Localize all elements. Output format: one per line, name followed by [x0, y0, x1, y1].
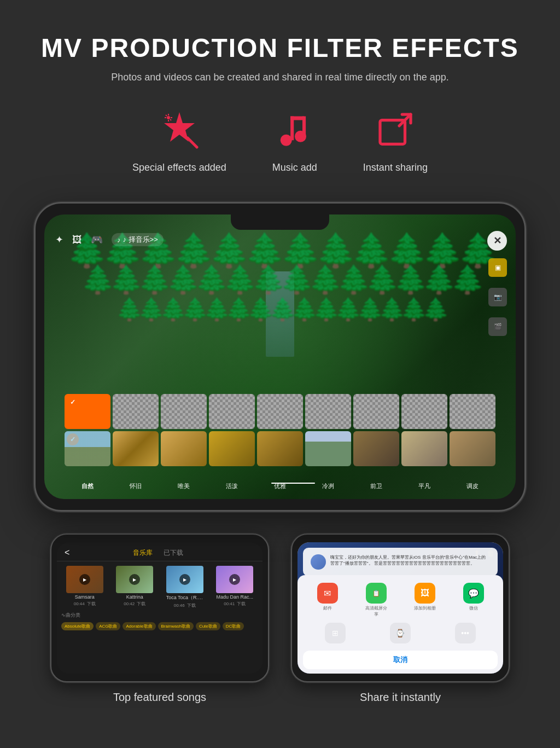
svg-line-8 — [170, 119, 171, 120]
genre-tag-cute[interactable]: Cute歌曲 — [196, 622, 220, 630]
share-watch-icon[interactable]: ⌚ — [390, 623, 411, 643]
wechat-icon: 💬 — [468, 588, 479, 599]
genre-tag-absolute[interactable]: Absolute歌曲 — [61, 622, 94, 630]
wand-toolbar-icon[interactable]: ✦ — [55, 234, 63, 246]
filter-label-avant[interactable]: 前卫 — [352, 482, 400, 490]
filter-thumb-3[interactable] — [161, 394, 207, 429]
share-wechat-item: 💬 微信 — [463, 583, 485, 617]
header-section: MV PRODUCTION FILTER EFFECTS Photos and … — [41, 33, 519, 83]
filter-label-lively[interactable]: 活泼 — [208, 482, 256, 490]
filter-thumb-6[interactable] — [305, 394, 351, 429]
music-library-tab[interactable]: 音乐库 — [133, 548, 153, 558]
right-phone-screen: ⬆ 🗑 嗨宝宝，还好为你的朋友人里。苦果苹苦从iOS 音乐平台的"音乐中心"在M… — [298, 542, 503, 674]
tree-row-3: 🌲🌲🌲🌲🌲🌲🌲🌲🌲🌲🌲🌲🌲🌲🌲 — [44, 297, 516, 322]
song-dl-4[interactable]: 下载 — [237, 601, 246, 607]
share-wechat-icon[interactable]: 💬 — [463, 583, 484, 604]
share-icons-row-1: ✉ 邮件 📋 高清截屏分享 — [303, 583, 498, 617]
filter-thumb-8[interactable] — [401, 394, 447, 429]
filter-preview-elegant[interactable] — [257, 431, 303, 466]
song-thumb-samsara[interactable]: ▶ — [66, 566, 103, 593]
svg-point-9 — [281, 135, 292, 146]
song-item-madu: ▶ Madu Dan Rac... 00:41 下载 — [212, 566, 259, 608]
genre-tag-dc[interactable]: DC歌曲 — [223, 622, 244, 630]
share-watch-item: ⌚ — [389, 623, 411, 645]
left-phone-screen: < 音乐库 已下载 ▶ — [57, 542, 262, 674]
filter-row-bottom: ✓ — [50, 431, 510, 466]
feature-music-add: Music add — [270, 105, 319, 175]
video-mode-button[interactable]: ▣ — [488, 258, 507, 277]
filter-thumb-9[interactable] — [450, 394, 495, 429]
share-panel: ✉ 邮件 📋 高清截屏分享 — [298, 575, 503, 674]
music-toolbar-label[interactable]: ♪ ♪ 择音乐>> — [112, 233, 164, 246]
filter-preview-natural[interactable]: ✓ — [65, 431, 110, 466]
song-thumb-kattrina[interactable]: ▶ — [116, 566, 153, 593]
genre-tag-adorable[interactable]: Adorable歌曲 — [122, 622, 155, 630]
close-button[interactable]: ✕ — [487, 231, 507, 251]
video-icon: 🎬 — [494, 323, 502, 330]
song-dl-1[interactable]: 下载 — [87, 601, 96, 607]
filter-label-natural[interactable]: 自然 — [63, 482, 112, 490]
song-item-samsara: ▶ Samsara 00:44 下载 — [61, 566, 108, 608]
phone-toolbar: ✦ 🖼 🎮 ♪ ♪ 择音乐>> — [55, 233, 488, 246]
filter-preview-beauty[interactable] — [161, 431, 207, 466]
filter-preview-nostalgia[interactable] — [113, 431, 159, 466]
share-grid-icon[interactable]: ⊞ — [325, 623, 346, 643]
song-name-toca: Toca Toca（R...） — [166, 594, 203, 601]
song-play-madu[interactable]: ▶ — [216, 566, 253, 593]
page-title: MV PRODUCTION FILTER EFFECTS — [41, 33, 519, 63]
genre-tag-brainwash[interactable]: Brainwash歌曲 — [158, 622, 194, 630]
cancel-button[interactable]: 取消 — [303, 651, 498, 669]
music-back-button[interactable]: < — [65, 548, 69, 558]
filter-preview-plain[interactable] — [401, 431, 447, 466]
song-thumb-toca[interactable]: ▶ — [166, 566, 203, 593]
share-dots-icon[interactable]: ••• — [455, 623, 476, 643]
features-row: Special effects added Music add In — [132, 105, 428, 175]
share-album-icon[interactable]: 🖼 — [415, 583, 435, 604]
genre-tag-acg[interactable]: ACG歌曲 — [96, 622, 120, 630]
filter-thumb-7[interactable] — [353, 394, 399, 429]
svg-line-1 — [188, 138, 197, 147]
star-wand-icon — [155, 105, 204, 154]
filter-thumb-5[interactable] — [257, 394, 303, 429]
song-dl-3[interactable]: 下载 — [187, 602, 196, 608]
left-phone-label: Top featured songs — [113, 691, 206, 704]
close-icon: ✕ — [493, 235, 501, 247]
filter-label-plain[interactable]: 平凡 — [400, 482, 448, 490]
camera-button[interactable]: 📷 — [488, 288, 507, 306]
dots-icon: ••• — [461, 629, 469, 637]
song-name-samsara: Samsara — [66, 594, 103, 600]
genre-tags: Absolute歌曲 ACG歌曲 Adorable歌曲 Brainwash歌曲 … — [57, 620, 262, 633]
tree-group-3: 🌲🌲🌲🌲🌲🌲🌲🌲🌲🌲🌲🌲🌲🌲🌲 — [116, 297, 444, 322]
gamepad-toolbar-icon[interactable]: 🎮 — [91, 234, 103, 246]
filter-preview-cool[interactable] — [305, 431, 351, 466]
share-mail-icon[interactable]: ✉ — [317, 583, 338, 604]
downloaded-tab[interactable]: 已下载 — [164, 548, 183, 558]
song-play-kattrina[interactable]: ▶ — [116, 566, 153, 593]
filter-thumb-4[interactable] — [209, 394, 255, 429]
filter-thumb-natural-selected[interactable]: ✓ — [65, 394, 110, 429]
filter-label-cool[interactable]: 冷冽 — [304, 482, 352, 490]
filter-preview-avant[interactable] — [353, 431, 399, 466]
filter-preview-lively[interactable] — [209, 431, 255, 466]
song-thumb-madu[interactable]: ▶ — [216, 566, 253, 593]
play-circle-1: ▶ — [79, 574, 90, 585]
page-subtitle: Photos and videos can be created and sha… — [41, 72, 519, 83]
song-item-toca: ▶ Toca Toca（R...） 00:46 下载 — [161, 566, 208, 608]
right-sidebar: ▣ 📷 🎬 — [488, 258, 507, 336]
song-dl-2[interactable]: 下载 — [137, 601, 145, 607]
feature-special-effects-label: Special effects added — [132, 161, 226, 175]
main-phone-container: 🌲🌲🌲🌲🌲🌲🌲🌲🌲🌲🌲🌲 🌲🌲🌲🌲🌲🌲🌲🌲🌲🌲🌲🌲🌲🌲 🌲🌲🌲🌲🌲🌲🌲🌲🌲🌲🌲🌲… — [34, 202, 526, 512]
song-duration-4: 00:41 — [224, 601, 235, 606]
filter-thumb-2[interactable] — [113, 394, 159, 429]
filter-label-nostalgia[interactable]: 怀旧 — [112, 482, 160, 490]
filter-label-naughty[interactable]: 调皮 — [448, 482, 497, 490]
song-play-samsara[interactable]: ▶ — [66, 566, 103, 593]
main-phone-frame: 🌲🌲🌲🌲🌲🌲🌲🌲🌲🌲🌲🌲 🌲🌲🌲🌲🌲🌲🌲🌲🌲🌲🌲🌲🌲🌲 🌲🌲🌲🌲🌲🌲🌲🌲🌲🌲🌲🌲… — [34, 202, 526, 512]
filter-label-elegant[interactable]: 优雅 — [256, 482, 304, 490]
song-play-toca[interactable]: ▶ — [166, 566, 203, 593]
share-screenshot-icon[interactable]: 📋 — [366, 583, 387, 604]
filter-label-beauty[interactable]: 唯美 — [160, 482, 208, 490]
photo-toolbar-icon[interactable]: 🖼 — [72, 234, 82, 246]
video-button[interactable]: 🎬 — [488, 317, 507, 336]
filter-preview-naughty[interactable] — [450, 431, 495, 466]
